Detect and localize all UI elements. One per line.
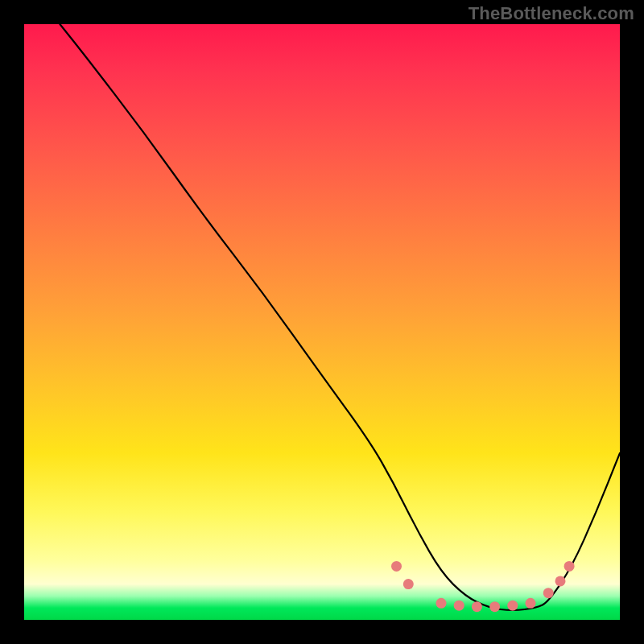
marker-dot	[472, 601, 482, 612]
marker-dot	[526, 598, 536, 609]
marker-dot	[507, 601, 518, 611]
marker-dot	[436, 598, 447, 609]
chart-frame: TheBottleneck.com	[0, 0, 644, 644]
marker-dot	[489, 601, 500, 612]
watermark-text: TheBottleneck.com	[469, 3, 634, 24]
marker-dot	[403, 579, 414, 589]
marker-dot	[543, 588, 554, 598]
plot-area	[24, 24, 620, 620]
curve-svg	[24, 24, 620, 620]
marker-dot	[454, 601, 464, 611]
marker-dot	[391, 561, 402, 572]
marker-dot	[555, 576, 566, 586]
marker-dot	[564, 561, 575, 572]
bottleneck-curve	[60, 24, 620, 610]
